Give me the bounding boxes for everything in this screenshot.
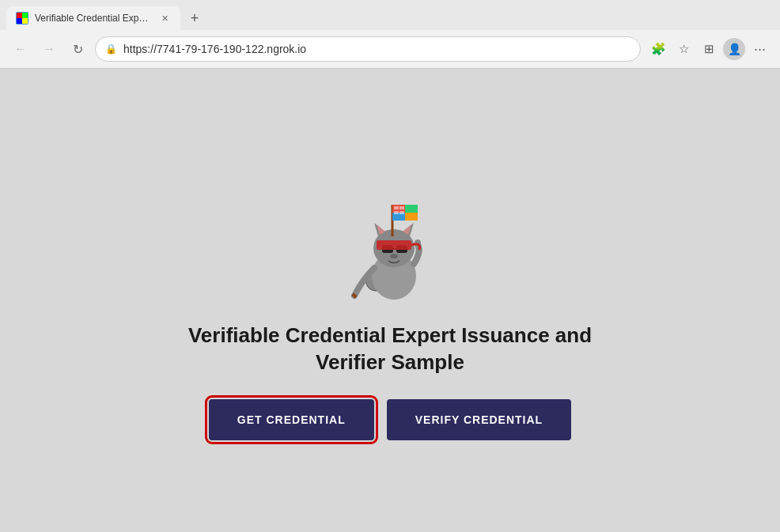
lock-icon: 🔒 <box>105 43 117 55</box>
verify-credential-button[interactable]: VERIFY CREDENTIAL <box>387 399 571 440</box>
collections-button[interactable]: ⊞ <box>698 38 720 60</box>
browser-chrome: Verifiable Credential Expert Ch ✕ + ← → … <box>0 0 780 69</box>
svg-point-15 <box>390 254 398 258</box>
tab-close-button[interactable]: ✕ <box>158 12 171 25</box>
svg-rect-0 <box>17 13 22 18</box>
mascot-image <box>331 161 449 304</box>
url-text: https://7741-79-176-190-122.ngrok.io <box>123 43 630 55</box>
svg-rect-22 <box>394 206 399 209</box>
svg-rect-1 <box>22 13 28 18</box>
tab-favicon <box>16 12 28 25</box>
svg-rect-16 <box>377 240 411 250</box>
toolbar: ← → ↻ 🔒 https://7741-79-176-190-122.ngro… <box>0 30 780 68</box>
svg-rect-19 <box>405 205 418 213</box>
svg-rect-24 <box>394 211 399 214</box>
svg-line-5 <box>353 294 356 297</box>
back-button[interactable]: ← <box>9 38 32 60</box>
toolbar-actions: 🧩 ☆ ⊞ 👤 ⋯ <box>647 38 771 60</box>
more-options-button[interactable]: ⋯ <box>748 38 771 60</box>
get-credential-button[interactable]: GET CREDENTIAL <box>209 399 374 440</box>
forward-button[interactable]: → <box>38 38 60 60</box>
extensions-icon-button[interactable]: 🧩 <box>647 38 669 60</box>
svg-rect-2 <box>17 18 22 24</box>
profile-button[interactable]: 👤 <box>723 38 745 60</box>
tab-bar: Verifiable Credential Expert Ch ✕ + <box>0 0 780 30</box>
favorites-star-button[interactable]: ☆ <box>672 38 695 60</box>
svg-rect-23 <box>399 206 404 209</box>
mascot-container <box>331 161 449 307</box>
page-title: Verifiable Credential Expert Issuance an… <box>153 323 627 376</box>
address-bar[interactable]: 🔒 https://7741-79-176-190-122.ngrok.io <box>95 36 641 62</box>
browser-tab[interactable]: Verifiable Credential Expert Ch ✕ <box>6 6 180 30</box>
buttons-row: GET CREDENTIAL VERIFY CREDENTIAL <box>209 399 571 440</box>
svg-rect-21 <box>405 213 418 221</box>
svg-rect-25 <box>399 211 404 214</box>
new-tab-button[interactable]: + <box>184 7 206 29</box>
svg-rect-3 <box>22 18 28 24</box>
tab-title: Verifiable Credential Expert Ch <box>35 13 152 24</box>
page-content: Verifiable Credential Expert Issuance an… <box>0 69 780 532</box>
reload-button[interactable]: ↻ <box>66 38 89 60</box>
